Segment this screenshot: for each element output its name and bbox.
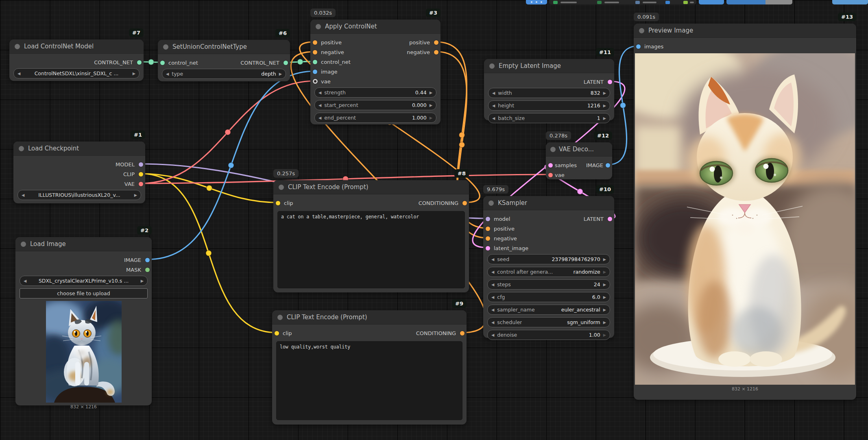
node-header[interactable]: CLIP Text Encode (Prompt) xyxy=(272,310,467,325)
node-load-checkpoint[interactable]: #1 Load Checkpoint MODEL CLIP VAE ◀ ILLU… xyxy=(13,142,145,203)
start-percent-widget[interactable]: ◀ start_percent 0.000 ▶ xyxy=(314,100,436,110)
node-vae-decode[interactable]: 0.278s #12 VAE Deco... samples IMAGE vae xyxy=(546,142,612,179)
right-arrow-icon[interactable]: ▶ xyxy=(603,295,606,299)
input-pin-samples[interactable] xyxy=(548,163,553,168)
type-widget[interactable]: ◀ type depth ▶ xyxy=(162,69,286,79)
right-arrow-icon[interactable]: ▶ xyxy=(134,193,137,197)
negative-prompt-textarea[interactable]: low quality,worst quality xyxy=(276,341,462,420)
left-arrow-icon[interactable]: ◀ xyxy=(491,307,494,312)
right-arrow-icon[interactable]: ▶ xyxy=(279,72,282,76)
input-pin-clip[interactable] xyxy=(276,201,280,205)
node-header[interactable]: CLIP Text Encode (Prompt) xyxy=(273,180,469,194)
collapse-dot-icon[interactable] xyxy=(489,63,495,69)
left-arrow-icon[interactable]: ◀ xyxy=(318,115,321,120)
right-arrow-icon[interactable]: ▶ xyxy=(430,90,432,95)
collapse-dot-icon[interactable] xyxy=(279,185,284,190)
left-arrow-icon[interactable]: ◀ xyxy=(491,257,494,261)
node-empty-latent-image[interactable]: #11 Empty Latent Image LATENT ◀ width 83… xyxy=(484,59,614,120)
left-arrow-icon[interactable]: ◀ xyxy=(492,91,495,95)
input-pin-model[interactable] xyxy=(486,217,490,221)
right-arrow-icon[interactable]: ▶ xyxy=(603,257,606,261)
left-arrow-icon[interactable]: ◀ xyxy=(492,116,495,120)
right-arrow-icon[interactable]: ▶ xyxy=(603,91,606,95)
node-header[interactable]: KSampler xyxy=(483,196,614,210)
collapse-dot-icon[interactable] xyxy=(21,242,26,247)
collapse-dot-icon[interactable] xyxy=(316,24,321,29)
input-pin-positive[interactable] xyxy=(313,40,317,45)
right-arrow-icon[interactable]: ▶ xyxy=(141,279,144,283)
left-arrow-icon[interactable]: ◀ xyxy=(17,71,20,76)
input-pin-negative[interactable] xyxy=(486,236,490,241)
controlnet-model-combo[interactable]: ◀ ControlNetSDXL\xinsir_SDXL_c ... ▶ xyxy=(13,68,140,78)
right-arrow-icon[interactable]: ▶ xyxy=(603,333,606,337)
node-header[interactable]: Load Checkpoint xyxy=(13,142,145,156)
collapse-dot-icon[interactable] xyxy=(277,315,283,320)
link-midpoint-dot[interactable] xyxy=(620,102,626,108)
right-arrow-icon[interactable]: ▶ xyxy=(430,115,432,120)
input-pin-images[interactable] xyxy=(636,44,641,49)
right-arrow-icon[interactable]: ▶ xyxy=(133,71,135,76)
node-header[interactable]: Load Image xyxy=(15,237,152,251)
left-arrow-icon[interactable]: ◀ xyxy=(491,333,494,337)
positive-prompt-textarea[interactable]: a cat on a table,masterpiece, general, w… xyxy=(277,211,465,288)
output-pin-control-net[interactable] xyxy=(284,61,288,65)
toolbar-button[interactable] xyxy=(726,0,765,4)
input-pin-vae[interactable] xyxy=(313,79,318,84)
right-arrow-icon[interactable]: ▶ xyxy=(603,320,606,325)
left-arrow-icon[interactable]: ◀ xyxy=(318,103,321,107)
link-midpoint-dot[interactable] xyxy=(297,59,303,65)
node-load-image[interactable]: #2 Load Image IMAGE MASK ◀ SDXL_crystalC… xyxy=(15,237,152,405)
strength-widget[interactable]: ◀ strength 0.44 ▶ xyxy=(314,87,436,98)
link-midpoint-dot[interactable] xyxy=(225,129,231,135)
output-pin-mask[interactable] xyxy=(145,268,150,272)
node-header[interactable]: Empty Latent Image xyxy=(484,59,614,73)
left-arrow-icon[interactable]: ◀ xyxy=(492,103,495,108)
node-header[interactable]: SetUnionControlNetType xyxy=(158,40,290,54)
input-pin-image[interactable] xyxy=(313,70,317,74)
collapse-dot-icon[interactable] xyxy=(163,44,168,50)
toolbar-panel[interactable] xyxy=(549,0,696,4)
link-midpoint-dot[interactable] xyxy=(148,59,154,65)
input-pin-vae[interactable] xyxy=(548,173,553,177)
left-arrow-icon[interactable]: ◀ xyxy=(491,270,494,274)
link-midpoint-dot[interactable] xyxy=(207,185,212,191)
output-pin-model[interactable] xyxy=(139,162,143,167)
seed-widget[interactable]: ◀ seed 237987984762970 ▶ xyxy=(487,254,610,264)
graph-canvas[interactable]: #7 Load ControlNet Model CONTROL_NET ◀ C… xyxy=(0,0,868,440)
link-midpoint-dot[interactable] xyxy=(206,250,212,256)
node-apply-controlnet[interactable]: 0.032s #3 Apply ControlNet positive posi… xyxy=(310,20,441,124)
right-arrow-icon[interactable]: ▶ xyxy=(603,103,606,108)
toolbar-grip-button[interactable] xyxy=(526,0,547,4)
input-pin-control-net[interactable] xyxy=(313,60,317,64)
left-arrow-icon[interactable]: ◀ xyxy=(491,295,494,299)
node-clip-text-encode-negative[interactable]: #9 CLIP Text Encode (Prompt) clip CONDIT… xyxy=(272,310,467,425)
image-file-combo[interactable]: ◀ SDXL_crystalClearXLPrime_v10.s ... ▶ xyxy=(20,276,148,286)
denoise-widget[interactable]: ◀ denoise 1.00 ▶ xyxy=(487,330,610,340)
node-header[interactable]: Load ControlNet Model xyxy=(9,39,144,54)
link-midpoint-dot[interactable] xyxy=(459,142,465,148)
toolbar-button[interactable] xyxy=(832,0,868,4)
output-pin-clip[interactable] xyxy=(139,172,143,176)
control-after-generate-widget[interactable]: ◀ control after genera... randomize ▶ xyxy=(487,267,610,277)
output-pin-image[interactable] xyxy=(606,163,610,168)
choose-file-button[interactable]: choose file to upload xyxy=(20,288,148,298)
output-pin-conditioning[interactable] xyxy=(460,331,465,335)
collapse-dot-icon[interactable] xyxy=(19,146,24,151)
right-arrow-icon[interactable]: ▶ xyxy=(603,282,606,287)
right-arrow-icon[interactable]: ▶ xyxy=(603,116,606,120)
output-pin-vae[interactable] xyxy=(139,182,143,186)
toolbar-button[interactable] xyxy=(765,0,792,4)
node-header[interactable]: Preview Image xyxy=(634,24,856,38)
input-pin-control-net[interactable] xyxy=(160,61,165,65)
toolbar-button[interactable] xyxy=(699,0,724,4)
checkpoint-combo[interactable]: ◀ ILLUSTRIOUS\illustriousXL20_v... ▶ xyxy=(17,190,141,200)
input-pin-positive[interactable] xyxy=(486,227,490,231)
output-pin-positive[interactable] xyxy=(434,40,438,45)
cfg-widget[interactable]: ◀ cfg 6.0 ▶ xyxy=(487,292,610,302)
batch-size-widget[interactable]: ◀ batch_size 1 ▶ xyxy=(488,113,610,123)
output-pin-control-net[interactable] xyxy=(137,60,142,65)
output-pin-image[interactable] xyxy=(145,258,150,262)
left-arrow-icon[interactable]: ◀ xyxy=(491,320,494,325)
output-pin-negative[interactable] xyxy=(434,50,438,54)
output-pin-latent[interactable] xyxy=(608,80,612,84)
